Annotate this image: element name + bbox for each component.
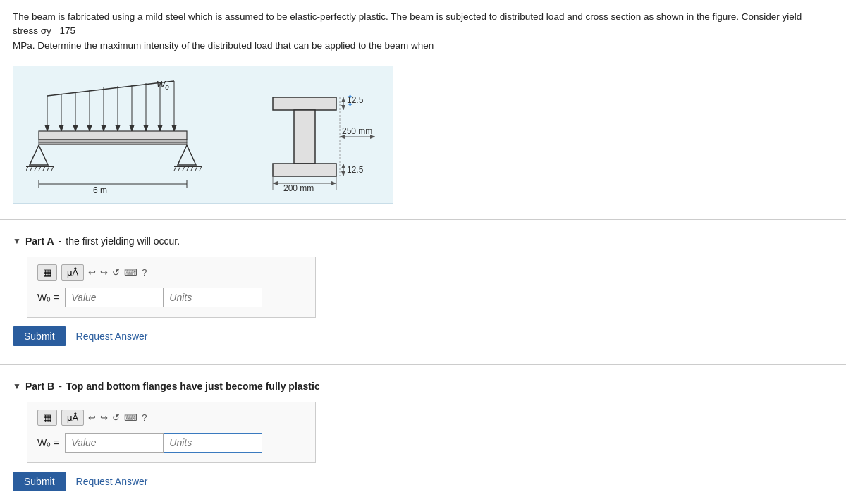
svg-text:Wo: Wo bbox=[157, 79, 169, 91]
part-a-toolbar: ▦ μÂ ↩ ↪ ↺ ⌨ ? bbox=[37, 264, 305, 281]
part-b-section: ▼ Part B - Top and bottom flanges have j… bbox=[0, 374, 846, 501]
svg-text:250 mm: 250 mm bbox=[342, 126, 372, 136]
svg-marker-16 bbox=[116, 125, 120, 131]
part-a-label-dash: - bbox=[59, 235, 62, 247]
part-a-chevron[interactable]: ▼ bbox=[13, 236, 21, 246]
svg-marker-52 bbox=[341, 105, 345, 110]
figure-area: Wo bbox=[13, 66, 393, 204]
part-b-undo-btn[interactable]: ↩ bbox=[88, 412, 96, 423]
svg-marker-51 bbox=[341, 97, 345, 102]
svg-line-21 bbox=[47, 81, 174, 96]
svg-marker-18 bbox=[144, 125, 148, 131]
svg-text:200 mm: 200 mm bbox=[283, 183, 314, 192]
svg-marker-57 bbox=[341, 164, 345, 168]
divider-2 bbox=[0, 364, 846, 365]
matrix-icon: ▦ bbox=[43, 267, 51, 278]
svg-marker-20 bbox=[172, 125, 176, 131]
part-b-request-answer-link[interactable]: Request Answer bbox=[76, 476, 148, 487]
part-a-redo-btn[interactable]: ↪ bbox=[100, 267, 108, 278]
part-a-submit-button[interactable]: Submit bbox=[13, 326, 66, 346]
svg-marker-58 bbox=[341, 171, 345, 176]
svg-marker-19 bbox=[158, 125, 162, 131]
svg-marker-17 bbox=[130, 125, 134, 131]
svg-marker-66 bbox=[273, 181, 278, 185]
svg-marker-14 bbox=[87, 125, 92, 131]
svg-rect-49 bbox=[273, 164, 336, 176]
svg-text:12.5: 12.5 bbox=[347, 165, 364, 175]
part-b-chevron[interactable]: ▼ bbox=[13, 381, 21, 391]
svg-marker-11 bbox=[45, 125, 49, 131]
svg-rect-48 bbox=[294, 110, 315, 164]
part-a-w0-label: W₀ = bbox=[37, 292, 59, 303]
part-b-bottom-row: Submit Request Answer bbox=[13, 472, 833, 491]
part-a-undo-btn[interactable]: ↩ bbox=[88, 267, 96, 278]
part-b-units-input[interactable] bbox=[164, 433, 262, 453]
svg-text:6 m: 6 m bbox=[93, 185, 107, 195]
part-a-units-input[interactable] bbox=[164, 288, 262, 307]
svg-rect-47 bbox=[273, 97, 336, 110]
part-b-input-row: W₀ = bbox=[37, 433, 305, 453]
svg-rect-22 bbox=[39, 131, 187, 140]
cross-section-diagram: ✦ ✦ 12.5 12.5 250 mm bbox=[238, 76, 386, 192]
part-b-matrix-btn[interactable]: ▦ bbox=[37, 410, 57, 426]
part-a-section: ▼ Part A - the first yielding will occur… bbox=[0, 228, 846, 356]
part-a-mua-btn[interactable]: μÂ bbox=[61, 264, 84, 281]
part-b-label-rest: Top and bottom flanges have just become … bbox=[66, 381, 320, 392]
divider-1 bbox=[0, 219, 846, 220]
beam-diagram: Wo bbox=[26, 75, 216, 195]
part-a-request-answer-link[interactable]: Request Answer bbox=[76, 331, 148, 342]
svg-rect-24 bbox=[39, 142, 187, 145]
problem-line2: MPa. Determine the maximum intensity of … bbox=[13, 40, 434, 51]
part-b-redo-btn[interactable]: ↪ bbox=[100, 412, 108, 423]
part-a-header: ▼ Part A - the first yielding will occur… bbox=[13, 235, 833, 247]
part-b-header: ▼ Part B - Top and bottom flanges have j… bbox=[13, 381, 833, 392]
part-a-answer-box: ▦ μÂ ↩ ↪ ↺ ⌨ ? W₀ = bbox=[27, 257, 316, 318]
svg-marker-67 bbox=[331, 181, 336, 185]
svg-marker-25 bbox=[30, 145, 48, 165]
part-a-matrix-btn[interactable]: ▦ bbox=[37, 264, 57, 281]
part-b-label-bold: Part B bbox=[25, 381, 54, 392]
mu-a-icon: μÂ bbox=[67, 267, 78, 278]
part-b-answer-box: ▦ μÂ ↩ ↪ ↺ ⌨ ? W₀ = bbox=[27, 402, 316, 463]
part-b-label-dash: - bbox=[59, 381, 62, 392]
part-b-refresh-btn[interactable]: ↺ bbox=[112, 412, 120, 423]
part-b-w0-label: W₀ = bbox=[37, 437, 59, 448]
part-b-mu-a-icon: μÂ bbox=[67, 412, 78, 423]
svg-marker-12 bbox=[59, 125, 63, 131]
svg-marker-15 bbox=[102, 125, 106, 131]
part-a-bottom-row: Submit Request Answer bbox=[13, 326, 833, 346]
part-a-help-btn[interactable]: ? bbox=[142, 267, 147, 278]
problem-text: The beam is fabricated using a mild stee… bbox=[0, 0, 832, 60]
part-a-label-rest: the first yielding will occur. bbox=[66, 235, 180, 247]
part-a-keyboard-btn[interactable]: ⌨ bbox=[124, 267, 137, 278]
part-b-mua-btn[interactable]: μÂ bbox=[61, 410, 84, 426]
problem-line1: The beam is fabricated using a mild stee… bbox=[13, 11, 802, 36]
part-b-matrix-icon: ▦ bbox=[43, 412, 51, 423]
cross-section-svg: ✦ ✦ 12.5 12.5 250 mm bbox=[238, 76, 386, 192]
svg-marker-34 bbox=[178, 145, 196, 165]
part-a-label-bold: Part A bbox=[25, 235, 54, 247]
part-b-value-input[interactable] bbox=[65, 433, 164, 453]
part-b-help-btn[interactable]: ? bbox=[142, 412, 147, 423]
svg-rect-23 bbox=[39, 140, 187, 142]
svg-marker-13 bbox=[73, 125, 78, 131]
part-b-submit-button[interactable]: Submit bbox=[13, 472, 66, 491]
part-b-toolbar: ▦ μÂ ↩ ↪ ↺ ⌨ ? bbox=[37, 410, 305, 426]
svg-text:12.5: 12.5 bbox=[347, 95, 364, 105]
part-a-value-input[interactable] bbox=[65, 288, 164, 307]
part-a-refresh-btn[interactable]: ↺ bbox=[112, 267, 120, 278]
part-a-input-row: W₀ = bbox=[37, 288, 305, 307]
figure-inner: Wo bbox=[26, 75, 380, 195]
beam-svg: Wo bbox=[26, 75, 216, 195]
part-b-keyboard-btn[interactable]: ⌨ bbox=[124, 412, 137, 423]
